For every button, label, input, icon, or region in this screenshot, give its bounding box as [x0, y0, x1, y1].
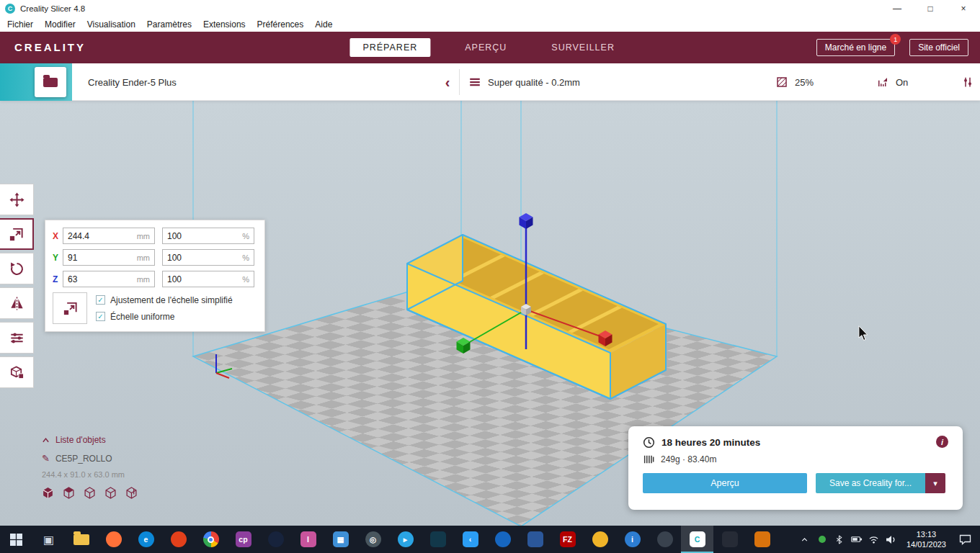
tab-apercu[interactable]: APERÇU [455, 38, 517, 57]
scale-z-mm-input[interactable] [68, 274, 125, 284]
marketplace-badge: 1 [890, 34, 901, 45]
taskbar-app-edge[interactable]: e [130, 526, 162, 553]
taskbar-app-task-view[interactable]: ▣ [32, 526, 65, 553]
taskbar-app-obs[interactable]: ◎ [357, 526, 389, 553]
cube-solid-icon[interactable] [42, 487, 54, 499]
uniform-scaling-checkbox[interactable]: ✓ [96, 312, 105, 321]
minimize-button[interactable]: — [881, 0, 914, 17]
cube-outline2-icon[interactable] [104, 487, 117, 499]
scale-z-percent-field[interactable]: % [162, 271, 254, 287]
filezilla-icon: FZ [560, 531, 576, 547]
scale-z-percent-input[interactable] [167, 274, 225, 284]
scale-y-mm-input[interactable] [68, 253, 125, 263]
gray-app-icon [657, 531, 673, 547]
tool-scale-button[interactable] [0, 218, 34, 250]
support-blocker-icon [9, 364, 25, 381]
taskbar-app-orange-app[interactable] [746, 526, 778, 553]
taskbar-app-gray-app[interactable] [649, 526, 681, 553]
taskbar-app-brave[interactable] [162, 526, 195, 553]
orange-app-icon [754, 531, 770, 547]
menu-item-1[interactable]: Modifier [39, 18, 81, 31]
menu-item-3[interactable]: Paramètres [141, 18, 197, 31]
taskbar-app-pink-app[interactable]: I [292, 526, 324, 553]
bluetooth-icon[interactable] [831, 526, 848, 553]
taskbar-app-yellow-app[interactable] [584, 526, 616, 553]
official-site-button[interactable]: Site officiel [909, 39, 968, 56]
taskbar-app-cp-editor[interactable]: cp [227, 526, 259, 553]
collapse-panel-icon[interactable]: ‹ [438, 63, 457, 101]
vscode-icon: ‹ [463, 531, 478, 547]
support-icon [876, 76, 889, 89]
reset-scale-button[interactable] [53, 292, 87, 324]
printer-selector[interactable]: Creality Ender-5 Plus [88, 63, 177, 101]
scale-z-mm-field[interactable]: mm [63, 271, 155, 287]
tool-move-button[interactable] [0, 184, 34, 215]
taskbar-app-vscode[interactable]: ‹ [454, 526, 486, 553]
taskbar-app-start[interactable] [0, 526, 32, 553]
scale-x-percent-field[interactable]: % [162, 228, 254, 244]
taskbar-app-printer-app[interactable] [713, 526, 746, 553]
hidden-icons-chevron[interactable] [796, 526, 814, 553]
telegram-icon: ▸ [398, 531, 414, 547]
tune-sliders-icon [961, 76, 974, 89]
object-list-toggle[interactable]: Liste d'objets [42, 435, 138, 445]
taskbar-app-chrome[interactable] [195, 526, 227, 553]
taskbar-clock[interactable]: 13:13 14/01/2023 [900, 529, 953, 550]
tool-mirror-button[interactable] [0, 287, 34, 319]
volume-icon[interactable] [883, 526, 900, 553]
close-button[interactable]: × [947, 0, 980, 17]
taskbar-app-blue-app[interactable] [486, 526, 519, 553]
support-selector[interactable]: On [876, 63, 908, 101]
menu-item-0[interactable]: Fichier [1, 18, 39, 31]
quality-selector[interactable]: Super qualité - 0.2mm [468, 63, 580, 101]
maximize-button[interactable]: □ [914, 0, 947, 17]
object-item[interactable]: ✎ CE5P_ROLLO [42, 453, 138, 464]
tab-preparer[interactable]: PRÉPARER [349, 38, 430, 57]
tool-rotate-button[interactable] [0, 253, 34, 284]
cube-outline-icon[interactable] [84, 487, 96, 499]
tool-per-model-settings-button[interactable] [0, 322, 34, 354]
scale-y-percent-input[interactable] [167, 253, 225, 263]
info-icon[interactable]: i [936, 436, 948, 448]
infill-value: 25% [795, 77, 814, 88]
menu-item-6[interactable]: Aide [309, 18, 338, 31]
unit-label: mm [137, 253, 150, 262]
cube-outline3-icon[interactable] [125, 487, 138, 499]
clock-time: 13:13 [906, 529, 946, 539]
tool-support-blocker-button[interactable] [0, 356, 34, 388]
scale-x-mm-input[interactable] [68, 231, 125, 241]
battery-icon[interactable] [848, 526, 865, 553]
notification-center-icon[interactable] [953, 526, 977, 553]
taskbar-app-info-app[interactable]: i [616, 526, 649, 553]
tab-surveiller[interactable]: SURVEILLER [541, 38, 625, 57]
taskbar-app-steam[interactable] [259, 526, 292, 553]
taskbar-app-chip-app[interactable] [422, 526, 454, 553]
menu-item-2[interactable]: Visualisation [81, 18, 141, 31]
save-button[interactable]: Save as Creality for... [816, 473, 925, 493]
cube-half-icon[interactable] [63, 487, 75, 499]
taskbar-app-telegram[interactable]: ▸ [389, 526, 422, 553]
infill-selector[interactable]: 25% [775, 63, 814, 101]
scale-x-mm-field[interactable]: mm [63, 228, 155, 244]
taskbar-app-filezilla[interactable]: FZ [551, 526, 584, 553]
marketplace-button[interactable]: Marché en ligne 1 [816, 39, 895, 56]
taskbar-app-creality-slicer[interactable]: C [681, 526, 713, 553]
window-title: Creality Slicer 4.8 [20, 4, 85, 13]
taskbar-app-file-explorer[interactable] [65, 526, 97, 553]
taskbar-app-panel-app[interactable] [519, 526, 551, 553]
menu-item-5[interactable]: Préférences [251, 18, 310, 31]
scale-x-percent-input[interactable] [167, 231, 225, 241]
scale-icon [8, 226, 24, 243]
taskbar-app-firefox[interactable] [97, 526, 130, 553]
menu-item-4[interactable]: Extensions [197, 18, 251, 31]
scale-y-percent-field[interactable]: % [162, 249, 254, 266]
taskbar-app-calculator[interactable]: ▦ [324, 526, 357, 553]
snap-scaling-checkbox[interactable]: ✓ [96, 295, 105, 305]
scale-y-mm-field[interactable]: mm [63, 249, 155, 266]
custom-settings-button[interactable] [961, 63, 974, 101]
preview-button[interactable]: Aperçu [643, 473, 807, 493]
green-status-icon[interactable] [814, 526, 831, 553]
save-dropdown-button[interactable]: ▾ [925, 473, 945, 493]
open-file-button[interactable] [35, 67, 66, 97]
wifi-icon[interactable] [865, 526, 883, 553]
